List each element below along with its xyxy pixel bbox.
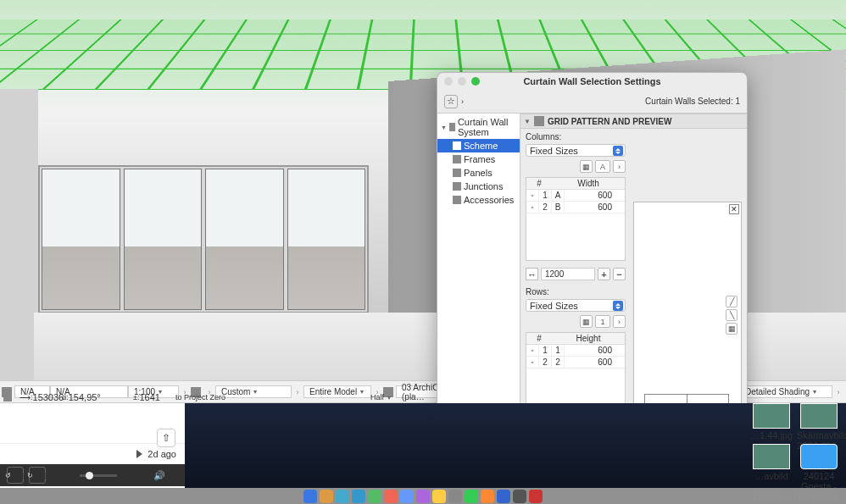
tree-frames[interactable]: Frames bbox=[437, 152, 520, 166]
grid-icon bbox=[534, 116, 544, 126]
desktop-area: ⇧ 2d ago ↺30s ↻30s 12:33 -48:08 🔊 ⌄ …1.4… bbox=[0, 403, 846, 504]
dock-app-icon[interactable] bbox=[481, 490, 494, 503]
dock-app-icon[interactable] bbox=[384, 490, 398, 503]
rows-mode-select[interactable]: Fixed Sizes bbox=[526, 299, 626, 312]
frames-icon bbox=[453, 155, 461, 163]
preview-tool-icon[interactable]: ╱ bbox=[726, 296, 737, 307]
arrow-icon bbox=[3, 393, 12, 402]
dock[interactable] bbox=[0, 488, 846, 504]
panels-icon bbox=[453, 169, 461, 177]
preview-tool-icon[interactable]: ▦ bbox=[726, 323, 737, 335]
columns-total-input[interactable]: 1200 bbox=[541, 268, 595, 280]
dock-app-icon[interactable] bbox=[432, 490, 446, 503]
junctions-icon bbox=[453, 182, 461, 191]
play-icon[interactable] bbox=[136, 450, 142, 458]
columns-grid-icon[interactable]: ▦ bbox=[580, 160, 593, 173]
desktop-file[interactable]: …1.44.jpg bbox=[749, 403, 793, 440]
dialog-titlebar[interactable]: Curtain Wall Selection Settings bbox=[437, 73, 747, 90]
half-select[interactable]: Half bbox=[365, 392, 413, 402]
rows-label: Rows: bbox=[526, 287, 626, 296]
curtain-wall-icon bbox=[449, 123, 455, 131]
window-controls[interactable] bbox=[444, 77, 480, 86]
desktop-icons: …1.44.jpg Skärmavbild 2024-01…3.34.jpg …… bbox=[745, 403, 843, 485]
table-row[interactable]: ◦2B600 bbox=[526, 202, 625, 213]
favorite-button[interactable]: ☆ bbox=[444, 95, 458, 108]
dock-app-icon[interactable] bbox=[336, 490, 349, 503]
sb-dist: ⟶: 153036 bbox=[14, 392, 57, 402]
dock-app-icon[interactable] bbox=[465, 490, 478, 503]
dialog-top-bar: ☆ › Curtain Walls Selected: 1 bbox=[437, 90, 747, 114]
forward-button[interactable]: ↻30s bbox=[29, 467, 46, 484]
sb-elev: ±: 1641 bbox=[128, 392, 170, 402]
rewind-button[interactable]: ↺30s bbox=[7, 467, 24, 484]
tree-accessories[interactable]: Accessories bbox=[437, 193, 520, 207]
chevron-right-icon[interactable]: › bbox=[613, 160, 626, 173]
table-row[interactable]: ◦11600 bbox=[526, 345, 625, 357]
scheme-icon bbox=[453, 141, 461, 150]
player-ago: 2d ago bbox=[147, 449, 176, 459]
wall-left bbox=[0, 89, 38, 380]
rows-grid-icon[interactable]: ▦ bbox=[580, 315, 593, 328]
podcast-player: ⇧ 2d ago ↺30s ↻30s 12:33 -48:08 🔊 ⌄ bbox=[0, 403, 185, 488]
accessories-icon bbox=[453, 196, 461, 204]
zoom-icon[interactable] bbox=[471, 77, 480, 86]
selection-count: Curtain Walls Selected: 1 bbox=[645, 97, 740, 106]
dock-app-icon[interactable] bbox=[529, 490, 543, 503]
tree-scheme[interactable]: Scheme bbox=[437, 139, 520, 152]
dock-app-icon[interactable] bbox=[352, 490, 365, 503]
dock-app-icon[interactable] bbox=[400, 490, 414, 503]
section-grid-header[interactable]: ▼ GRID PATTERN AND PREVIEW bbox=[520, 114, 747, 129]
tree-panels[interactable]: Panels bbox=[437, 166, 520, 180]
player-elapsed: 12:33 bbox=[51, 470, 75, 480]
volume-icon[interactable]: 🔊 bbox=[153, 470, 165, 481]
column-letter[interactable]: A bbox=[595, 160, 610, 173]
dock-app-icon[interactable] bbox=[320, 490, 333, 503]
dock-app-icon[interactable] bbox=[497, 490, 510, 503]
chevron-right-icon[interactable]: › bbox=[461, 97, 464, 106]
columns-mode-select[interactable]: Fixed Sizes bbox=[526, 144, 626, 157]
sb-angle: α: 154,95° bbox=[57, 392, 104, 402]
close-icon[interactable]: ✕ bbox=[729, 204, 739, 214]
window-row bbox=[38, 165, 369, 313]
chevron-down-icon[interactable]: ⌄ bbox=[170, 470, 178, 481]
chevron-right-icon[interactable]: › bbox=[613, 315, 626, 328]
progress-bar[interactable] bbox=[80, 474, 117, 477]
dialog-title: Curtain Wall Selection Settings bbox=[523, 76, 660, 86]
columns-label: Columns: bbox=[526, 132, 626, 141]
tree-root[interactable]: ▼Curtain Wall System bbox=[437, 115, 520, 139]
dock-app-icon[interactable] bbox=[368, 490, 381, 503]
columns-table: #Width ◦1A600 ◦2B600 bbox=[526, 177, 626, 261]
sb-origin[interactable]: to Project Zero bbox=[170, 392, 238, 402]
remove-button[interactable]: − bbox=[613, 268, 626, 280]
dock-app-icon[interactable] bbox=[513, 490, 526, 503]
dock-app-icon[interactable] bbox=[303, 490, 317, 503]
table-row[interactable]: ◦22600 bbox=[526, 357, 625, 368]
table-row[interactable]: ◦1A600 bbox=[526, 190, 625, 202]
close-icon[interactable] bbox=[444, 77, 453, 86]
tree-junctions[interactable]: Junctions bbox=[437, 180, 520, 193]
width-icon: ↔ bbox=[526, 268, 538, 280]
player-remaining: -48:08 bbox=[122, 470, 148, 480]
dock-app-icon[interactable] bbox=[416, 490, 430, 503]
minimize-icon[interactable] bbox=[458, 77, 466, 86]
row-number[interactable]: 1 bbox=[595, 315, 610, 328]
upload-icon[interactable]: ⇧ bbox=[157, 429, 175, 447]
add-button[interactable]: + bbox=[598, 268, 610, 280]
dock-app-icon[interactable] bbox=[448, 490, 462, 503]
preview-tool-icon[interactable]: ╲ bbox=[726, 309, 737, 321]
